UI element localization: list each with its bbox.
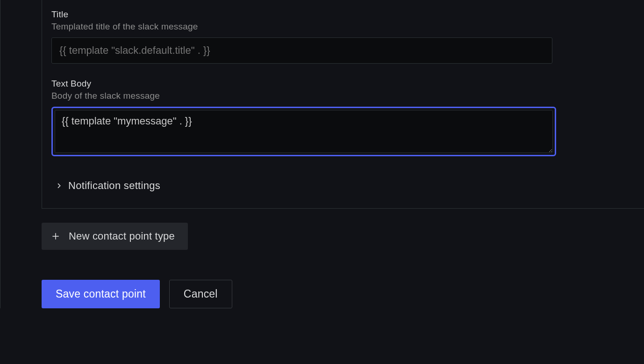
cancel-button[interactable]: Cancel — [169, 280, 232, 308]
save-button[interactable]: Save contact point — [42, 280, 160, 308]
title-input[interactable] — [51, 37, 552, 64]
new-contact-point-type-label: New contact point type — [69, 230, 175, 242]
title-label: Title — [51, 9, 644, 20]
textbody-description: Body of the slack message — [51, 91, 644, 101]
bottom-button-row: Save contact point Cancel — [42, 280, 644, 308]
plus-icon — [51, 232, 60, 241]
form-panel: Title Templated title of the slack messa… — [42, 0, 644, 209]
chevron-right-icon — [55, 182, 63, 189]
page-container: Title Templated title of the slack messa… — [0, 0, 644, 308]
notification-settings-label: Notification settings — [68, 180, 160, 192]
title-description: Templated title of the slack message — [51, 22, 644, 32]
textbody-label: Text Body — [51, 79, 644, 89]
new-contact-point-type-button[interactable]: New contact point type — [42, 223, 188, 250]
textbody-field-group: Text Body Body of the slack message — [51, 79, 644, 156]
notification-settings-toggle[interactable]: Notification settings — [51, 180, 644, 192]
new-type-row: New contact point type — [42, 223, 644, 250]
title-field-group: Title Templated title of the slack messa… — [51, 9, 644, 64]
textbody-input[interactable] — [55, 110, 553, 153]
textbody-focus-ring — [51, 107, 556, 156]
